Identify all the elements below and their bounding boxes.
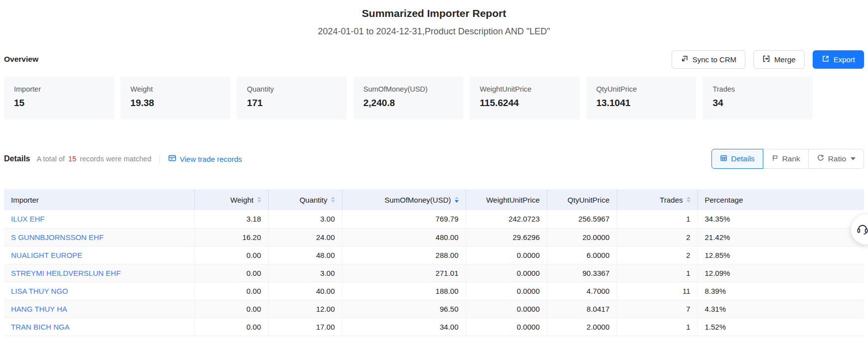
vertical-divider: [160, 155, 160, 163]
trade-records-card-icon: [168, 154, 176, 164]
circular-refresh-icon: [817, 154, 825, 164]
overview-label: Overview: [4, 55, 38, 64]
column-label: Trades: [660, 196, 683, 204]
value-cell: 480.00: [342, 228, 466, 246]
sync-to-crm-button[interactable]: Sync to CRM: [672, 50, 745, 69]
table-row: ILUX EHF3.183.00769.79242.0723256.596713…: [4, 210, 864, 228]
merge-label: Merge: [774, 55, 796, 64]
value-cell: 12.85%: [697, 246, 864, 264]
sort-asc-icon[interactable]: [687, 197, 691, 199]
caret-down-icon: [851, 157, 856, 160]
tab-rank-label: Rank: [782, 154, 800, 163]
tab-ratio[interactable]: Ratio: [808, 149, 864, 169]
importer-cell: S GUNNBJORNSSON EHF: [4, 228, 194, 246]
table-row: STREYMI HEILDVERSLUN EHF0.003.00271.010.…: [4, 264, 864, 282]
importer-cell: TRAN BICH NGA: [4, 318, 194, 336]
importer-link[interactable]: S GUNNBJORNSSON EHF: [11, 233, 104, 241]
sync-to-crm-label: Sync to CRM: [693, 55, 736, 64]
stat-card-qtyunitprice: QtyUnitPrice 13.1041: [586, 77, 696, 119]
importer-link[interactable]: HANG THUY HA: [11, 305, 67, 313]
stat-card-sumofmoney: SumOfMoney(USD) 2,240.8: [353, 77, 464, 119]
value-cell: 90.3367: [547, 264, 617, 282]
value-cell: 242.0723: [466, 210, 547, 228]
sort-desc-icon[interactable]: [455, 200, 459, 203]
importer-link[interactable]: STREYMI HEILDVERSLUN EHF: [11, 269, 121, 277]
stat-card-value: 34: [712, 98, 803, 109]
importer-link[interactable]: TRAN BICH NGA: [11, 323, 70, 331]
value-cell: 34.00: [342, 318, 466, 336]
stat-card-label: Importer: [14, 85, 104, 93]
value-cell: 11: [617, 282, 697, 300]
matched-suffix: records were matched: [80, 155, 151, 163]
column-header-weight[interactable]: Weight: [194, 189, 268, 210]
value-cell: 271.01: [342, 264, 466, 282]
merge-icon: [762, 55, 770, 64]
value-cell: 1: [617, 210, 697, 228]
stat-cards: Importer 15 Weight 19.38 Quantity 171 Su…: [4, 77, 813, 119]
headset-icon: [851, 222, 868, 237]
tab-rank[interactable]: Rank: [763, 149, 809, 169]
column-header-sumofmoney-usd[interactable]: SumOfMoney(USD): [342, 189, 466, 210]
column-header-qtyunitprice: QtyUnitPrice: [547, 189, 617, 210]
sort-asc-icon[interactable]: [257, 197, 261, 199]
stat-card-label: Weight: [131, 85, 221, 93]
value-cell: 0.00: [194, 282, 268, 300]
value-cell: 12.09%: [697, 264, 864, 282]
stat-card-value: 2,240.8: [363, 98, 454, 109]
sort-carets-icon[interactable]: [331, 197, 335, 203]
column-header-percentage: Percentage: [697, 189, 864, 210]
table-row: NUALIGHT EUROPE0.0048.00288.000.00006.00…: [4, 246, 864, 264]
sort-carets-icon[interactable]: [455, 197, 459, 203]
sort-desc-icon[interactable]: [257, 200, 261, 203]
value-cell: 7: [617, 300, 697, 318]
value-cell: 0.0000: [466, 264, 547, 282]
value-cell: 40.00: [268, 282, 342, 300]
stat-card-weight: Weight 19.38: [121, 77, 231, 119]
value-cell: 2: [617, 228, 697, 246]
tab-details[interactable]: Details: [711, 149, 763, 169]
sort-asc-icon[interactable]: [331, 197, 335, 199]
importer-link[interactable]: ILUX EHF: [11, 215, 45, 223]
column-label: QtyUnitPrice: [567, 196, 609, 204]
importer-cell: LISA THUY NGO: [4, 282, 194, 300]
merge-button[interactable]: Merge: [753, 50, 805, 69]
header-row: ImporterWeightQuantitySumOfMoney(USD)Wei…: [4, 189, 864, 210]
stat-card-value: 171: [247, 98, 337, 109]
value-cell: 34.35%: [697, 210, 864, 228]
sort-desc-icon[interactable]: [687, 200, 691, 203]
tab-ratio-label: Ratio: [828, 154, 846, 163]
column-label: Percentage: [705, 196, 743, 204]
value-cell: 2: [617, 246, 697, 264]
column-header-quantity[interactable]: Quantity: [268, 189, 342, 210]
value-cell: 288.00: [342, 246, 466, 264]
details-left: Details A total of 15 records were match…: [4, 154, 242, 164]
view-trade-records-link[interactable]: View trade records: [168, 154, 242, 164]
details-bar: Details A total of 15 records were match…: [4, 148, 864, 169]
sort-asc-icon[interactable]: [455, 197, 459, 199]
sort-carets-icon[interactable]: [257, 197, 261, 203]
importer-link[interactable]: NUALIGHT EUROPE: [11, 251, 82, 259]
table-row: LISA THUY NGO0.0040.00188.000.00004.7000…: [4, 282, 864, 300]
value-cell: 8.39%: [697, 282, 864, 300]
importer-cell: HANG THUY HA: [4, 300, 194, 318]
export-button[interactable]: Export: [813, 50, 864, 69]
view-switcher: Details Rank Ratio: [711, 149, 864, 169]
matched-summary: A total of 15 records were matched: [36, 155, 151, 163]
value-cell: 188.00: [342, 282, 466, 300]
table-head: ImporterWeightQuantitySumOfMoney(USD)Wei…: [4, 189, 864, 210]
stat-card-value: 13.1041: [596, 98, 687, 109]
value-cell: 2.0000: [547, 318, 617, 336]
stat-card-value: 19.38: [131, 98, 221, 109]
importer-link[interactable]: LISA THUY NGO: [11, 287, 68, 295]
sort-desc-icon[interactable]: [331, 200, 335, 203]
stat-card-value: 15: [14, 98, 104, 109]
value-cell: 1: [617, 264, 697, 282]
importers-table: ImporterWeightQuantitySumOfMoney(USD)Wei…: [4, 189, 864, 336]
sort-carets-icon[interactable]: [687, 197, 691, 203]
stat-card-quantity: Quantity 171: [237, 77, 347, 119]
table-row: TRAN BICH NGA0.0017.0034.000.00002.00001…: [4, 318, 864, 336]
value-cell: 1.52%: [697, 318, 864, 336]
column-header-trades[interactable]: Trades: [617, 189, 697, 210]
value-cell: 96.50: [342, 300, 466, 318]
value-cell: 16.20: [194, 228, 268, 246]
